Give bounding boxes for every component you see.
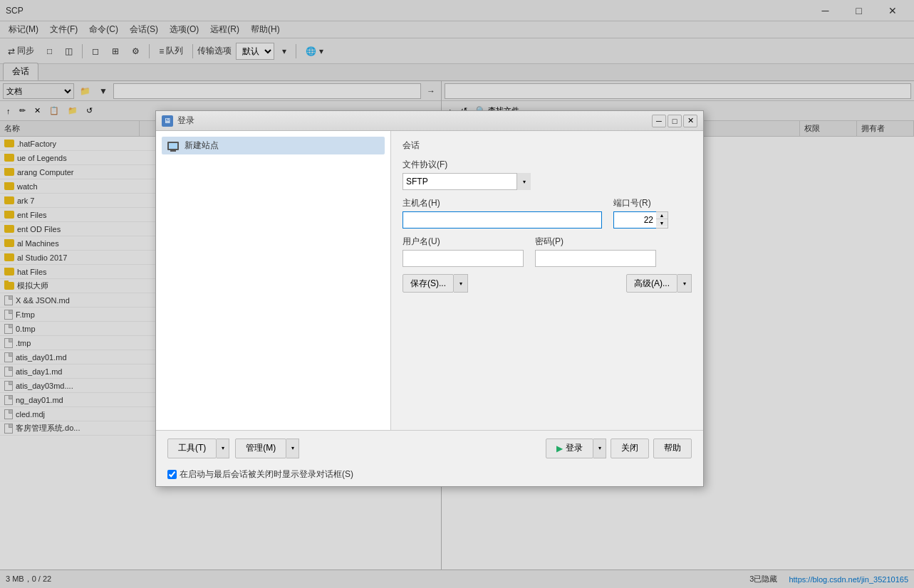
advanced-button[interactable]: 高级(A)... [626, 274, 677, 293]
port-spinners: ▲ ▼ [656, 211, 668, 229]
port-input[interactable] [613, 211, 656, 229]
show-dialog-checkbox-label[interactable]: 在启动与最后会话被关闭时显示登录对话框(S) [167, 468, 692, 481]
login-icon: ▶ [556, 443, 563, 453]
password-group: 密码(P) [535, 236, 656, 267]
dialog-footer: 工具(T) ▾ 管理(M) ▾ ▶ 登录 ▾ 关闭 [156, 430, 703, 466]
username-input[interactable] [403, 250, 524, 267]
protocol-label: 文件协议(F) [403, 159, 692, 171]
save-btn-group: 保存(S)... ▾ [403, 274, 468, 293]
dialog-overlay: 🖥 登录 ─ □ ✕ 新建站点 会话 文件协议 [0, 0, 914, 588]
port-field-wrapper: ▲ ▼ [613, 211, 668, 229]
hostname-group: 主机名(H) [403, 197, 602, 229]
password-label: 密码(P) [535, 236, 656, 248]
save-advanced-row: 保存(S)... ▾ 高级(A)... ▾ [403, 274, 692, 293]
protocol-select-wrapper: SFTP FTP SCP WebDAV ▾ [403, 173, 531, 190]
dialog-maximize-btn[interactable]: □ [668, 115, 682, 127]
protocol-select[interactable]: SFTP FTP SCP WebDAV [403, 173, 531, 190]
hostname-port-row: 主机名(H) 端口号(R) ▲ ▼ [403, 197, 692, 229]
footer-right: ▶ 登录 ▾ 关闭 帮助 [546, 439, 692, 458]
footer-left: 工具(T) ▾ 管理(M) ▾ [167, 439, 540, 458]
checkbox-row: 在启动与最后会话被关闭时显示登录对话框(S) [156, 466, 703, 486]
new-site-label: 新建站点 [185, 140, 219, 152]
dialog-minimize-btn[interactable]: ─ [652, 115, 666, 127]
advanced-dropdown-btn[interactable]: ▾ [677, 274, 692, 293]
dialog-tree: 新建站点 [156, 131, 391, 430]
close-dialog-button[interactable]: 关闭 [611, 439, 649, 458]
user-pass-row: 用户名(U) 密码(P) [403, 236, 692, 267]
login-btn-group: ▶ 登录 ▾ [546, 439, 606, 458]
tools-button[interactable]: 工具(T) [167, 439, 217, 458]
tree-item-new-site[interactable]: 新建站点 [162, 137, 385, 154]
port-down-btn[interactable]: ▼ [656, 219, 668, 226]
dialog-close-btn[interactable]: ✕ [683, 115, 697, 127]
form-section-title: 会话 [403, 140, 692, 152]
manage-btn-group: 管理(M) ▾ [235, 439, 299, 458]
port-label: 端口号(R) [613, 197, 668, 209]
port-group: 端口号(R) ▲ ▼ [613, 197, 668, 229]
username-label: 用户名(U) [403, 236, 524, 248]
hostname-input[interactable] [403, 211, 602, 229]
dialog-title: 登录 [177, 115, 650, 127]
login-dropdown-btn[interactable]: ▾ [593, 439, 606, 458]
computer-icon [166, 140, 180, 152]
dialog-form: 会话 文件协议(F) SFTP FTP SCP WebDAV ▾ [391, 131, 703, 430]
port-up-btn[interactable]: ▲ [656, 212, 668, 219]
tools-btn-group: 工具(T) ▾ [167, 439, 229, 458]
dialog-body: 新建站点 会话 文件协议(F) SFTP FTP SCP WebDAV [156, 131, 703, 430]
password-input[interactable] [535, 250, 656, 267]
save-dropdown-btn[interactable]: ▾ [454, 274, 468, 293]
manage-dropdown-btn[interactable]: ▾ [286, 439, 299, 458]
advanced-btn-group: 高级(A)... ▾ [626, 274, 692, 293]
show-dialog-checkbox[interactable] [167, 470, 177, 479]
login-dialog: 🖥 登录 ─ □ ✕ 新建站点 会话 文件协议 [155, 110, 704, 487]
login-button[interactable]: ▶ 登录 [546, 439, 593, 458]
protocol-row: 文件协议(F) SFTP FTP SCP WebDAV ▾ [403, 159, 692, 190]
tools-dropdown-btn[interactable]: ▾ [217, 439, 229, 458]
help-button[interactable]: 帮助 [653, 439, 692, 458]
hostname-label: 主机名(H) [403, 197, 602, 209]
save-button[interactable]: 保存(S)... [403, 274, 454, 293]
dialog-icon: 🖥 [162, 115, 173, 127]
manage-button[interactable]: 管理(M) [235, 439, 286, 458]
dialog-title-bar: 🖥 登录 ─ □ ✕ [156, 111, 703, 131]
username-group: 用户名(U) [403, 236, 524, 267]
